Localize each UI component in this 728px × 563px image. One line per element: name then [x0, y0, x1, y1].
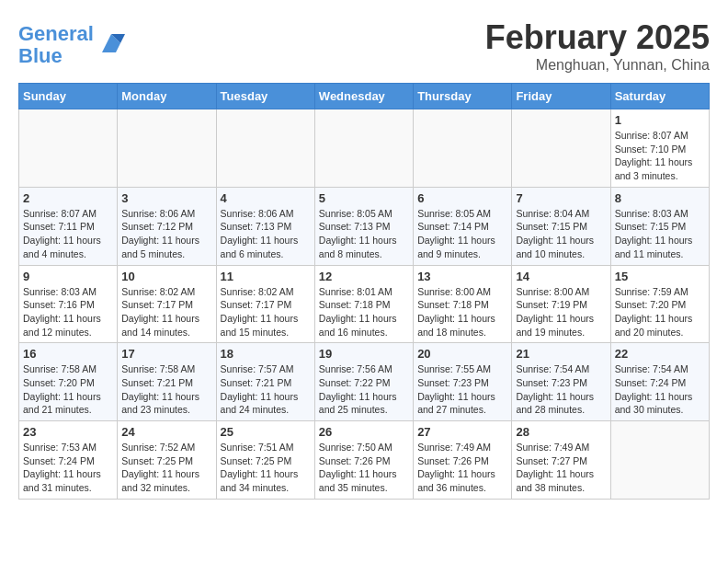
day-info: Sunrise: 7:54 AM Sunset: 7:24 PM Dayligh…	[615, 362, 705, 417]
day-number: 20	[417, 347, 507, 361]
calendar-cell: 6Sunrise: 8:05 AM Sunset: 7:14 PM Daylig…	[414, 187, 512, 265]
day-info: Sunrise: 7:49 AM Sunset: 7:27 PM Dayligh…	[516, 441, 606, 495]
day-info: Sunrise: 8:07 AM Sunset: 7:10 PM Dayligh…	[615, 129, 705, 183]
weekday-header-thursday: Thursday	[414, 84, 512, 109]
calendar-cell: 3Sunrise: 8:06 AM Sunset: 7:12 PM Daylig…	[118, 187, 216, 265]
day-info: Sunrise: 8:00 AM Sunset: 7:18 PM Dayligh…	[417, 285, 507, 339]
calendar-cell: 11Sunrise: 8:02 AM Sunset: 7:17 PM Dayli…	[216, 265, 314, 343]
day-number: 14	[516, 270, 606, 283]
calendar-cell: 14Sunrise: 8:00 AM Sunset: 7:19 PM Dayli…	[512, 265, 610, 343]
calendar-cell	[216, 109, 314, 188]
calendar-cell: 23Sunrise: 7:53 AM Sunset: 7:24 PM Dayli…	[19, 421, 118, 500]
calendar-cell: 20Sunrise: 7:55 AM Sunset: 7:23 PM Dayli…	[414, 343, 512, 421]
day-info: Sunrise: 7:58 AM Sunset: 7:21 PM Dayligh…	[121, 362, 211, 417]
calendar-cell: 13Sunrise: 8:00 AM Sunset: 7:18 PM Dayli…	[414, 265, 512, 343]
day-info: Sunrise: 7:58 AM Sunset: 7:20 PM Dayligh…	[23, 362, 113, 417]
day-info: Sunrise: 8:03 AM Sunset: 7:16 PM Dayligh…	[23, 285, 113, 339]
day-number: 1	[615, 113, 705, 127]
day-number: 10	[121, 270, 211, 283]
day-info: Sunrise: 8:05 AM Sunset: 7:14 PM Dayligh…	[417, 207, 507, 261]
day-number: 2	[23, 191, 113, 205]
day-number: 11	[221, 270, 311, 283]
calendar-week-2: 2Sunrise: 8:07 AM Sunset: 7:11 PM Daylig…	[19, 187, 710, 265]
day-number: 16	[23, 347, 113, 361]
weekday-header-tuesday: Tuesday	[216, 84, 314, 109]
day-info: Sunrise: 8:00 AM Sunset: 7:19 PM Dayligh…	[516, 285, 606, 339]
location-subtitle: Menghuan, Yunnan, China	[485, 57, 710, 74]
calendar-week-3: 9Sunrise: 8:03 AM Sunset: 7:16 PM Daylig…	[19, 265, 710, 343]
calendar-cell: 7Sunrise: 8:04 AM Sunset: 7:15 PM Daylig…	[512, 187, 610, 265]
day-info: Sunrise: 8:03 AM Sunset: 7:15 PM Dayligh…	[615, 207, 705, 261]
day-info: Sunrise: 8:05 AM Sunset: 7:13 PM Dayligh…	[319, 207, 409, 261]
day-number: 5	[319, 191, 409, 205]
calendar-cell: 4Sunrise: 8:06 AM Sunset: 7:13 PM Daylig…	[216, 187, 314, 265]
day-info: Sunrise: 8:06 AM Sunset: 7:13 PM Dayligh…	[221, 207, 311, 261]
calendar-cell: 21Sunrise: 7:54 AM Sunset: 7:23 PM Dayli…	[512, 343, 610, 421]
day-number: 24	[121, 425, 211, 439]
weekday-header-friday: Friday	[512, 84, 610, 109]
day-info: Sunrise: 8:02 AM Sunset: 7:17 PM Dayligh…	[221, 285, 311, 339]
calendar-cell	[118, 109, 216, 188]
day-info: Sunrise: 7:51 AM Sunset: 7:25 PM Dayligh…	[221, 441, 311, 495]
day-number: 21	[516, 347, 606, 361]
calendar-cell: 10Sunrise: 8:02 AM Sunset: 7:17 PM Dayli…	[118, 265, 216, 343]
calendar-cell	[610, 421, 709, 500]
logo-icon	[97, 29, 125, 57]
day-number: 12	[319, 270, 409, 283]
logo: General Blue	[18, 23, 125, 67]
calendar-header-row: SundayMondayTuesdayWednesdayThursdayFrid…	[19, 84, 710, 109]
calendar-table: SundayMondayTuesdayWednesdayThursdayFrid…	[18, 83, 710, 500]
day-info: Sunrise: 7:55 AM Sunset: 7:23 PM Dayligh…	[417, 362, 507, 417]
weekday-header-saturday: Saturday	[610, 84, 709, 109]
calendar-cell: 12Sunrise: 8:01 AM Sunset: 7:18 PM Dayli…	[314, 265, 413, 343]
day-number: 6	[417, 191, 507, 205]
day-number: 18	[221, 347, 311, 361]
calendar-cell: 5Sunrise: 8:05 AM Sunset: 7:13 PM Daylig…	[314, 187, 413, 265]
day-number: 3	[121, 191, 211, 205]
weekday-header-wednesday: Wednesday	[314, 84, 413, 109]
day-number: 13	[417, 270, 507, 283]
calendar-week-5: 23Sunrise: 7:53 AM Sunset: 7:24 PM Dayli…	[19, 421, 710, 500]
day-info: Sunrise: 7:49 AM Sunset: 7:26 PM Dayligh…	[417, 441, 507, 495]
calendar-week-1: 1Sunrise: 8:07 AM Sunset: 7:10 PM Daylig…	[19, 109, 710, 188]
day-number: 17	[121, 347, 211, 361]
day-number: 7	[516, 191, 606, 205]
day-number: 23	[23, 425, 113, 439]
day-info: Sunrise: 7:54 AM Sunset: 7:23 PM Dayligh…	[516, 362, 606, 417]
calendar-cell: 1Sunrise: 8:07 AM Sunset: 7:10 PM Daylig…	[610, 109, 709, 188]
day-number: 19	[319, 347, 409, 361]
calendar-cell: 19Sunrise: 7:56 AM Sunset: 7:22 PM Dayli…	[314, 343, 413, 421]
day-info: Sunrise: 8:06 AM Sunset: 7:12 PM Dayligh…	[121, 207, 211, 261]
day-number: 25	[221, 425, 311, 439]
day-info: Sunrise: 7:56 AM Sunset: 7:22 PM Dayligh…	[319, 362, 409, 417]
calendar-cell: 27Sunrise: 7:49 AM Sunset: 7:26 PM Dayli…	[414, 421, 512, 500]
calendar-cell: 8Sunrise: 8:03 AM Sunset: 7:15 PM Daylig…	[610, 187, 709, 265]
day-info: Sunrise: 7:57 AM Sunset: 7:21 PM Dayligh…	[221, 362, 311, 417]
calendar-cell: 26Sunrise: 7:50 AM Sunset: 7:26 PM Dayli…	[314, 421, 413, 500]
day-info: Sunrise: 7:59 AM Sunset: 7:20 PM Dayligh…	[615, 285, 705, 339]
day-number: 9	[23, 270, 113, 283]
logo-general: General	[18, 22, 94, 45]
day-number: 4	[221, 191, 311, 205]
month-title: February 2025	[485, 18, 710, 57]
day-number: 15	[615, 270, 705, 283]
weekday-header-monday: Monday	[118, 84, 216, 109]
day-info: Sunrise: 7:52 AM Sunset: 7:25 PM Dayligh…	[121, 441, 211, 495]
logo-blue: Blue	[18, 44, 63, 67]
title-block: February 2025 Menghuan, Yunnan, China	[485, 18, 710, 74]
calendar-cell: 15Sunrise: 7:59 AM Sunset: 7:20 PM Dayli…	[610, 265, 709, 343]
calendar-cell: 9Sunrise: 8:03 AM Sunset: 7:16 PM Daylig…	[19, 265, 118, 343]
day-number: 28	[516, 425, 606, 439]
calendar-cell	[19, 109, 118, 188]
day-info: Sunrise: 7:50 AM Sunset: 7:26 PM Dayligh…	[319, 441, 409, 495]
day-number: 26	[319, 425, 409, 439]
calendar-cell: 18Sunrise: 7:57 AM Sunset: 7:21 PM Dayli…	[216, 343, 314, 421]
calendar-cell	[414, 109, 512, 188]
day-info: Sunrise: 8:07 AM Sunset: 7:11 PM Dayligh…	[23, 207, 113, 261]
day-info: Sunrise: 8:01 AM Sunset: 7:18 PM Dayligh…	[319, 285, 409, 339]
calendar-cell: 28Sunrise: 7:49 AM Sunset: 7:27 PM Dayli…	[512, 421, 610, 500]
day-info: Sunrise: 8:02 AM Sunset: 7:17 PM Dayligh…	[121, 285, 211, 339]
calendar-cell: 2Sunrise: 8:07 AM Sunset: 7:11 PM Daylig…	[19, 187, 118, 265]
header: General Blue February 2025 Menghuan, Yun…	[18, 18, 710, 74]
calendar-cell: 24Sunrise: 7:52 AM Sunset: 7:25 PM Dayli…	[118, 421, 216, 500]
